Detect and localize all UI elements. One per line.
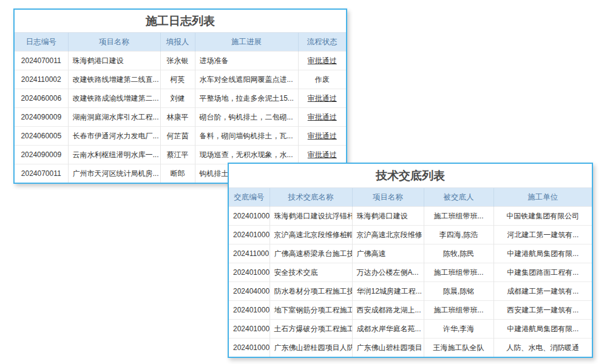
log-id-link[interactable]: 2024090009: [15, 108, 68, 127]
log-reporter-link[interactable]: 林康平: [160, 108, 195, 127]
table-row: 2024010002地下室钢筋分项工程施工...西安成都路龙湖上...施工班组带…: [229, 301, 592, 320]
disclosure-unit-text: 人防、水电、消防暖通: [493, 339, 592, 357]
log-project-link[interactable]: 湖南洞庭湖水库引水工程...: [68, 108, 160, 127]
disclosure-receiver-text: 许华,李海: [424, 320, 493, 339]
construction-log-table-title: 施工日志列表: [15, 10, 346, 32]
disclosure-unit-text: 中建集团路面工程有...: [493, 263, 592, 282]
column-header-log-project: 项目名称: [68, 33, 160, 52]
log-project-link[interactable]: 改建铁路线增建第二线直...: [68, 70, 160, 89]
log-id-link[interactable]: 2024070011: [15, 52, 68, 70]
disclosure-id-link[interactable]: 2024010002: [229, 320, 270, 339]
disclosure-unit-text: 中建港航局集团有限...: [493, 244, 592, 263]
log-status-badge[interactable]: 审批通过: [298, 52, 346, 70]
log-id-link[interactable]: 2024110002: [15, 70, 68, 89]
disclosure-receiver-text: 陈晨,陈铭: [424, 282, 493, 301]
log-project-link[interactable]: 长春市伊通河水力发电厂...: [68, 127, 160, 146]
table-row: 2024070011珠海鹤港口建设张永银进场准备审批通过: [15, 52, 346, 70]
disclosure-name-link[interactable]: 防水卷材分项工程施工技...: [270, 282, 352, 301]
log-reporter-link[interactable]: 柯英: [160, 70, 195, 89]
disclosure-project-link[interactable]: 西安成都路龙湖上...: [352, 301, 424, 320]
column-header-log-progress: 施工进展: [195, 33, 298, 52]
disclosure-project-link[interactable]: 华润12城房建工程...: [352, 282, 424, 301]
table-row: 2024010003安全技术交底万达办公楼左侧A...施工班组带班...中建集团…: [229, 263, 592, 282]
log-id-link[interactable]: 2024060006: [15, 89, 68, 108]
disclosure-id-link[interactable]: 2024010003: [229, 207, 270, 226]
disclosure-receiver-text: 王海施工队全队: [424, 339, 493, 357]
log-project-link[interactable]: 云南水利枢纽潜明水库一...: [68, 146, 160, 164]
log-id-link[interactable]: 2024060005: [15, 127, 68, 146]
table-row: 2024010001广东佛山碧桂园项目人防...广东佛山碧桂园项目王海施工队全队…: [229, 339, 592, 357]
column-header-disclosure-project: 项目名称: [352, 188, 424, 207]
log-status-badge[interactable]: 审批通过: [298, 146, 346, 164]
log-reporter-link[interactable]: 张永银: [160, 52, 195, 70]
log-reporter-link[interactable]: 蔡江平: [160, 146, 195, 164]
disclosure-project-link[interactable]: 广东佛山碧桂园项目: [352, 339, 424, 357]
log-project-link[interactable]: 改建铁路成渝线增建第二...: [68, 89, 160, 108]
table-row: 2024060005长春市伊通河水力发电厂...何芷茵备料，砌间墙钩机排土，瓦.…: [15, 127, 346, 146]
log-project-link[interactable]: 珠海鹤港口建设: [68, 52, 160, 70]
disclosure-unit-text: 中建港航局集团有限...: [493, 320, 592, 339]
table-row: 2024010002土石方爆破分项工程施工...成都水岸华庭名苑...许华,李海…: [229, 320, 592, 339]
disclosure-project-link[interactable]: 珠海鹤港口建设: [352, 207, 424, 226]
log-project-link[interactable]: 广州市天河区统计局机房...: [68, 164, 160, 183]
disclosure-name-link[interactable]: 土石方爆破分项工程施工...: [270, 320, 352, 339]
disclosure-name-link[interactable]: 广东佛山碧桂园项目人防...: [270, 339, 352, 357]
disclosure-receiver-text: 施工班组带班...: [424, 263, 493, 282]
column-header-log-reporter: 填报人: [160, 33, 195, 52]
log-progress-text: 平整场地，拉走多余泥土15...: [195, 89, 298, 108]
disclosure-unit-text: 中国铁建集团有限公司: [493, 207, 592, 226]
log-progress-text: 水车对全线遮阳网覆盖点进...: [195, 70, 298, 89]
construction-log-table: 日志编号项目名称填报人施工进展流程状态 2024070011珠海鹤港口建设张永银…: [15, 32, 346, 183]
table-row: 2024060006改建铁路成渝线增建第二...刘健平整场地，拉走多余泥土15.…: [15, 89, 346, 108]
disclosure-name-link[interactable]: 地下室钢筋分项工程施工...: [270, 301, 352, 320]
disclosure-id-link[interactable]: 2024010003: [229, 263, 270, 282]
disclosure-unit-text: 河北建工第一建筑有...: [493, 226, 592, 244]
disclosure-id-link[interactable]: 2024010004: [229, 226, 270, 244]
table-row: 2024090009湖南洞庭湖水库引水工程...林康平砌台阶，钩机排土，二包砌.…: [15, 108, 346, 127]
column-header-disclosure-name: 技术交底名称: [270, 188, 352, 207]
column-header-disclosure-unit: 施工单位: [493, 188, 592, 207]
disclosure-project-link[interactable]: 京沪高速北京段维修: [352, 226, 424, 244]
disclosure-unit-text: 成都建工第一建筑有...: [493, 282, 592, 301]
disclosure-project-link[interactable]: 万达办公楼左侧A...: [352, 263, 424, 282]
log-reporter-link[interactable]: 何芷茵: [160, 127, 195, 146]
tech-disclosure-header-row: 交底编号技术交底名称项目名称被交底人施工单位: [229, 188, 592, 207]
log-progress-text: 现场巡查，无积水现象，水...: [195, 146, 298, 164]
log-status-badge[interactable]: 审批通过: [298, 127, 346, 146]
disclosure-id-link[interactable]: 2024010001: [229, 339, 270, 357]
disclosure-project-link[interactable]: 广佛高速: [352, 244, 424, 263]
log-status-badge[interactable]: 作废: [298, 70, 346, 89]
disclosure-id-link[interactable]: 2024010002: [229, 301, 270, 320]
log-status-badge[interactable]: 审批通过: [298, 108, 346, 127]
disclosure-receiver-text: 陈牧,陈民: [424, 244, 493, 263]
table-row: 2024090009云南水利枢纽潜明水库一...蔡江平现场巡查，无积水现象，水.…: [15, 146, 346, 164]
table-row: 2024110002改建铁路线增建第二线直...柯英水车对全线遮阳网覆盖点进..…: [15, 70, 346, 89]
table-row: 2024040001防水卷材分项工程施工技...华润12城房建工程...陈晨,陈…: [229, 282, 592, 301]
disclosure-id-link[interactable]: 2024110001: [229, 244, 270, 263]
table-row: 2024110001广佛高速桥梁承台施工技...广佛高速陈牧,陈民中建港航局集团…: [229, 244, 592, 263]
disclosure-name-link[interactable]: 安全技术交底: [270, 263, 352, 282]
disclosure-id-link[interactable]: 2024040001: [229, 282, 270, 301]
disclosure-name-link[interactable]: 珠海鹤港口建设抗浮锚杆...: [270, 207, 352, 226]
tech-disclosure-table-card: 技术交底列表 交底编号技术交底名称项目名称被交底人施工单位 2024010003…: [228, 163, 593, 358]
log-progress-text: 砌台阶，钩机排土，二包砌...: [195, 108, 298, 127]
disclosure-name-link[interactable]: 京沪高速北京段维修桩帽...: [270, 226, 352, 244]
disclosure-name-link[interactable]: 广佛高速桥梁承台施工技...: [270, 244, 352, 263]
log-id-link[interactable]: 2024090009: [15, 146, 68, 164]
log-id-link[interactable]: 2024070011: [15, 164, 68, 183]
disclosure-unit-text: 西安建工第一建筑有...: [493, 301, 592, 320]
table-row: 2024010004京沪高速北京段维修桩帽...京沪高速北京段维修李四海,陈浩河…: [229, 226, 592, 244]
disclosure-project-link[interactable]: 成都水岸华庭名苑...: [352, 320, 424, 339]
disclosure-receiver-text: 李四海,陈浩: [424, 226, 493, 244]
page-background: 施工日志列表 日志编号项目名称填报人施工进展流程状态 2024070011珠海鹤…: [0, 0, 607, 364]
construction-log-table-card: 施工日志列表 日志编号项目名称填报人施工进展流程状态 2024070011珠海鹤…: [13, 8, 347, 184]
disclosure-receiver-text: 施工班组带班...: [424, 207, 493, 226]
tech-disclosure-table: 交底编号技术交底名称项目名称被交底人施工单位 2024010003珠海鹤港口建设…: [229, 187, 592, 357]
log-reporter-link[interactable]: 刘健: [160, 89, 195, 108]
disclosure-receiver-text: 施工班组带班...: [424, 301, 493, 320]
construction-log-header-row: 日志编号项目名称填报人施工进展流程状态: [15, 33, 346, 52]
log-reporter-link[interactable]: 断郎: [160, 164, 195, 183]
log-status-badge[interactable]: 审批通过: [298, 89, 346, 108]
log-progress-text: 进场准备: [195, 52, 298, 70]
column-header-log-id: 日志编号: [15, 33, 68, 52]
